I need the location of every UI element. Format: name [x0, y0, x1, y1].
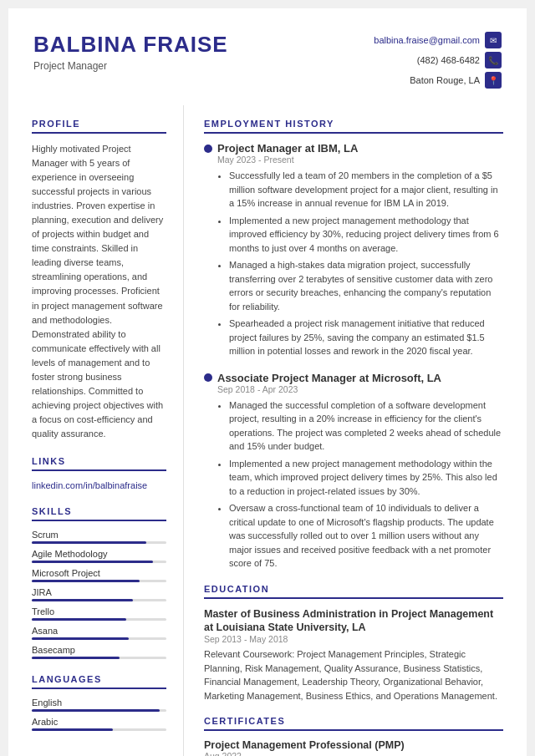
edu-coursework: Relevant Coursework: Project Management …	[204, 647, 503, 703]
skills-section-title: SKILLS	[32, 506, 166, 521]
skill-bar-bg	[32, 618, 166, 621]
skill-item: Agile Methodology	[32, 549, 166, 563]
skill-bar-fill	[32, 637, 129, 640]
skill-name: Basecamp	[32, 645, 166, 655]
skill-name: Scrum	[32, 530, 166, 540]
language-name: Arabic	[32, 717, 166, 727]
employment-entry: Associate Project Manager at Microsoft, …	[204, 372, 503, 571]
employment-section-title: EMPLOYMENT HISTORY	[204, 119, 503, 134]
right-column: EMPLOYMENT HISTORY Project Manager at IB…	[184, 105, 527, 756]
skill-bar-bg	[32, 541, 166, 544]
skill-name: JIRA	[32, 587, 166, 597]
skill-name: Asana	[32, 626, 166, 636]
profile-section-title: PROFILE	[32, 119, 166, 134]
header: BALBINA FRAISE Project Manager balbina.f…	[8, 8, 527, 105]
location-icon: 📍	[485, 72, 502, 89]
edu-degree: Master of Business Administration in Pro…	[204, 607, 503, 635]
employment-title: Project Manager at IBM, LA	[204, 142, 503, 155]
employment-section: EMPLOYMENT HISTORY Project Manager at IB…	[204, 119, 503, 571]
candidate-name: BALBINA FRAISE	[33, 32, 228, 58]
certificates-section: CERTIFICATES Project Management Professi…	[204, 716, 503, 756]
candidate-title: Project Manager	[33, 60, 228, 72]
language-item: English	[32, 698, 166, 712]
skill-item: JIRA	[32, 587, 166, 601]
bullet-item: Oversaw a cross-functional team of 10 in…	[229, 501, 503, 571]
skill-bar-fill	[32, 657, 120, 659]
edu-dates: Sep 2013 - May 2018	[204, 634, 503, 644]
bullet-item: Implemented a new project management met…	[229, 214, 503, 256]
skill-bar-bg	[32, 657, 166, 659]
dot-icon	[204, 373, 212, 382]
employment-dates: Sep 2018 - Apr 2023	[217, 384, 503, 394]
employment-list: Project Manager at IBM, LA May 2023 - Pr…	[204, 142, 503, 571]
skill-bar-fill	[32, 599, 133, 601]
skill-bar-bg	[32, 599, 166, 601]
location-contact: Baton Rouge, LA 📍	[410, 72, 502, 89]
header-left: BALBINA FRAISE Project Manager	[33, 32, 228, 72]
phone-icon: 📞	[485, 52, 502, 68]
header-right: balbina.fraise@gmail.com ✉ (482) 468-648…	[374, 32, 502, 89]
phone-contact: (482) 468-6482 📞	[417, 52, 502, 68]
skill-name: Microsoft Project	[32, 568, 166, 578]
language-bar-bg	[32, 728, 166, 731]
cert-list: Project Management Professional (PMP) Au…	[204, 739, 503, 756]
skill-bar-bg	[32, 580, 166, 582]
bullet-item: Spearheaded a project risk management in…	[229, 317, 503, 358]
skill-name: Agile Methodology	[32, 549, 166, 559]
dot-icon	[204, 145, 212, 153]
employment-bullets: Successfully led a team of 20 members in…	[217, 169, 503, 358]
education-section: EDUCATION Master of Business Administrat…	[204, 584, 503, 703]
location-text: Baton Rouge, LA	[410, 75, 480, 85]
cert-name: Project Management Professional (PMP)	[204, 739, 503, 751]
skills-list: Scrum Agile Methodology Microsoft Projec…	[32, 530, 166, 659]
employment-entry: Project Manager at IBM, LA May 2023 - Pr…	[204, 142, 503, 358]
left-column: PROFILE Highly motivated Project Manager…	[8, 105, 184, 756]
skill-item: Asana	[32, 626, 166, 640]
skill-name: Trello	[32, 606, 166, 616]
education-section-title: EDUCATION	[204, 584, 503, 599]
email-link[interactable]: balbina.fraise@gmail.com	[374, 35, 480, 45]
profile-section: PROFILE Highly motivated Project Manager…	[32, 119, 166, 441]
bullet-item: Managed the successful completion of a s…	[229, 398, 503, 454]
links-section-title: LINKS	[32, 456, 166, 471]
job-title: Associate Project Manager at Microsoft, …	[217, 372, 441, 384]
links-section: LINKS linkedin.com/in/balbinafraise	[32, 456, 166, 491]
email-contact: balbina.fraise@gmail.com ✉	[374, 32, 502, 48]
languages-section: LANGUAGES English Arabic	[32, 674, 166, 731]
languages-section-title: LANGUAGES	[32, 674, 166, 689]
language-bar-fill	[32, 709, 160, 712]
email-icon: ✉	[485, 32, 502, 48]
phone-text: (482) 468-6482	[417, 55, 480, 65]
language-name: English	[32, 698, 166, 708]
profile-text: Highly motivated Project Manager with 5 …	[32, 142, 166, 441]
bullet-item: Implemented a new project management met…	[229, 457, 503, 499]
cert-section-title: CERTIFICATES	[204, 716, 503, 731]
skill-bar-fill	[32, 561, 153, 563]
language-bar-bg	[32, 709, 166, 712]
employment-dates: May 2023 - Present	[217, 155, 503, 165]
employment-title: Associate Project Manager at Microsoft, …	[204, 372, 503, 384]
skill-item: Microsoft Project	[32, 568, 166, 582]
skill-bar-fill	[32, 618, 126, 621]
certificate-item: Project Management Professional (PMP) Au…	[204, 739, 503, 756]
resume-container: BALBINA FRAISE Project Manager balbina.f…	[8, 8, 527, 756]
skills-section: SKILLS Scrum Agile Methodology Microsoft…	[32, 506, 166, 659]
skill-item: Scrum	[32, 530, 166, 544]
link-item: linkedin.com/in/balbinafraise	[32, 479, 166, 491]
skill-bar-bg	[32, 637, 166, 640]
bullet-item: Successfully led a team of 20 members in…	[229, 169, 503, 211]
skill-bar-fill	[32, 580, 140, 582]
skill-item: Basecamp	[32, 645, 166, 659]
language-item: Arabic	[32, 717, 166, 731]
skill-bar-fill	[32, 541, 146, 544]
cert-date: Aug 2022	[204, 751, 503, 756]
skill-item: Trello	[32, 606, 166, 621]
employment-bullets: Managed the successful completion of a s…	[217, 398, 503, 571]
bullet-item: Managed a high-stakes data migration pro…	[229, 258, 503, 313]
linkedin-link[interactable]: linkedin.com/in/balbinafraise	[32, 480, 147, 490]
language-bar-fill	[32, 728, 113, 731]
languages-list: English Arabic	[32, 698, 166, 731]
skill-bar-bg	[32, 561, 166, 563]
job-title: Project Manager at IBM, LA	[217, 142, 358, 155]
body: PROFILE Highly motivated Project Manager…	[8, 105, 527, 756]
